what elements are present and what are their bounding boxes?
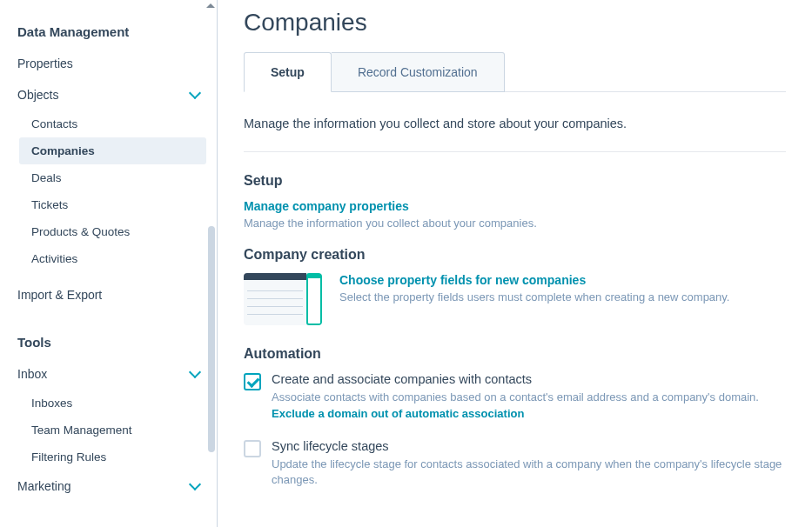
exclude-domain-link[interactable]: Exclude a domain out of automatic associ… — [272, 407, 524, 420]
create-associate-label: Create and associate companies with cont… — [272, 372, 786, 386]
sidebar-label-marketing: Marketing — [17, 479, 70, 493]
sidebar-sub-tickets[interactable]: Tickets — [0, 191, 217, 218]
creation-thumbnail — [244, 273, 322, 325]
choose-property-fields-desc: Select the property fields users must co… — [339, 290, 786, 304]
section-heading-creation: Company creation — [244, 247, 786, 263]
choose-property-fields-link[interactable]: Choose property fields for new companies — [339, 273, 586, 287]
sidebar-sub-inboxes[interactable]: Inboxes — [0, 390, 217, 417]
manage-properties-desc: Manage the information you collect about… — [244, 217, 786, 230]
create-associate-checkbox[interactable] — [244, 373, 261, 390]
sidebar-label-inbox: Inbox — [17, 367, 47, 381]
sidebar-item-properties[interactable]: Properties — [0, 48, 217, 79]
sidebar-sub-companies[interactable]: Companies — [19, 137, 206, 164]
chevron-down-icon — [189, 478, 201, 490]
section-heading-setup: Setup — [244, 173, 786, 189]
section-heading-automation: Automation — [244, 346, 786, 362]
sync-lifecycle-desc: Update the lifecycle stage for contacts … — [272, 457, 786, 488]
sync-lifecycle-label: Sync lifecycle stages — [272, 439, 786, 453]
tabs: Setup Record Customization — [244, 52, 786, 92]
main-content: Companies Setup Record Customization Man… — [218, 0, 812, 527]
sidebar-sub-team-management[interactable]: Team Management — [0, 417, 217, 444]
intro-text: Manage the information you collect and s… — [244, 92, 786, 152]
sidebar-label-import-export: Import & Export — [17, 288, 102, 302]
sidebar-header-data-management: Data Management — [0, 0, 217, 48]
automation-option-sync-lifecycle: Sync lifecycle stages Update the lifecyc… — [244, 439, 786, 488]
sidebar-sub-filtering-rules[interactable]: Filtering Rules — [0, 444, 217, 470]
manage-properties-link[interactable]: Manage company properties — [244, 199, 409, 213]
tab-record-customization[interactable]: Record Customization — [332, 52, 505, 92]
scroll-up-icon[interactable] — [206, 3, 215, 8]
sidebar-sub-deals[interactable]: Deals — [0, 164, 217, 191]
tab-setup[interactable]: Setup — [244, 52, 332, 92]
scrollbar-thumb[interactable] — [208, 226, 215, 452]
page-title: Companies — [244, 9, 786, 37]
chevron-down-icon — [189, 366, 201, 378]
setup-content: Setup Manage company properties Manage t… — [244, 152, 786, 489]
sidebar-item-marketing[interactable]: Marketing — [0, 470, 217, 502]
chevron-down-icon — [189, 87, 201, 99]
settings-sidebar: Data Management Properties Objects Conta… — [0, 0, 218, 527]
creation-row: Choose property fields for new companies… — [244, 273, 786, 325]
sidebar-sub-activities[interactable]: Activities — [0, 245, 217, 272]
sidebar-sub-contacts[interactable]: Contacts — [0, 110, 217, 137]
sidebar-sub-products-quotes[interactable]: Products & Quotes — [0, 218, 217, 245]
sidebar-item-import-export[interactable]: Import & Export — [0, 279, 217, 310]
sidebar-item-inbox[interactable]: Inbox — [0, 358, 217, 390]
automation-option-create-associate: Create and associate companies with cont… — [244, 372, 786, 420]
sidebar-item-objects[interactable]: Objects — [0, 79, 217, 110]
sidebar-header-tools: Tools — [0, 310, 217, 358]
sidebar-label-properties: Properties — [17, 57, 73, 70]
sync-lifecycle-checkbox[interactable] — [244, 440, 261, 457]
create-associate-desc: Associate contacts with companies based … — [272, 390, 786, 405]
sidebar-label-objects: Objects — [17, 88, 58, 102]
